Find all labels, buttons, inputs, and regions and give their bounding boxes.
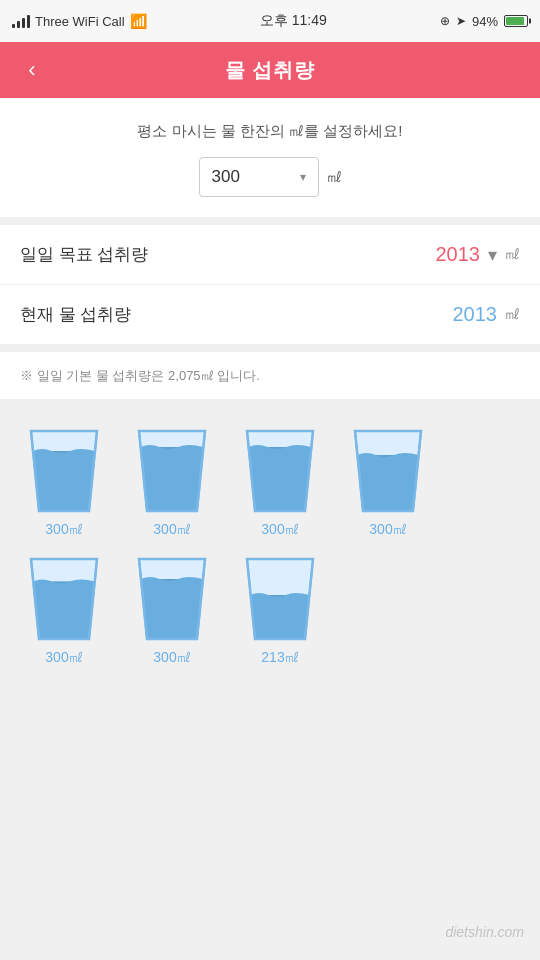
header: ‹ 물 섭취량 [0, 42, 540, 98]
daily-goal-dropdown[interactable]: ▾ [488, 244, 497, 266]
cup-size-value: 300 [212, 167, 240, 187]
daily-goal-value: 2013 [436, 243, 481, 266]
battery-percent: 94% [472, 14, 498, 29]
back-arrow-icon: ‹ [28, 57, 35, 83]
back-button[interactable]: ‹ [16, 54, 48, 86]
glass-label: 300㎖ [369, 521, 406, 539]
glass-label: 300㎖ [45, 521, 82, 539]
glass-label: 300㎖ [261, 521, 298, 539]
cup-size-section: 평소 마시는 물 한잔의 ㎖를 설정하세요! 300 ▾ ㎖ [0, 98, 540, 217]
glasses-section: 300㎖ 300㎖ [0, 411, 540, 697]
carrier-text: Three WiFi Call [35, 14, 125, 29]
time-display: 오후 11:49 [260, 12, 327, 30]
daily-goal-label: 일일 목표 섭취량 [20, 243, 148, 266]
daily-section: 일일 목표 섭취량 2013 ▾ ㎖ 현재 물 섭취량 2013 ㎖ [0, 225, 540, 344]
status-right: ⊕ ➤ 94% ⚡ [440, 14, 528, 29]
watermark: dietshin.com [445, 924, 524, 940]
glass-label: 213㎖ [261, 649, 298, 667]
battery-icon: ⚡ [504, 15, 528, 27]
cup-size-unit: ㎖ [327, 168, 342, 187]
page-title: 물 섭취량 [225, 57, 316, 84]
glass-item: 300㎖ [118, 549, 226, 667]
daily-goal-unit: ㎖ [505, 245, 520, 264]
glass-item: 300㎖ [10, 421, 118, 539]
gps-icon: ⊕ [440, 14, 450, 28]
current-intake-row: 현재 물 섭취량 2013 ㎖ [0, 285, 540, 344]
wifi-icon: 📶 [130, 13, 147, 29]
current-intake-unit: ㎖ [505, 305, 520, 324]
current-intake-value: 2013 [453, 303, 498, 326]
glass-label: 300㎖ [153, 521, 190, 539]
dropdown-arrow-icon: ▾ [300, 170, 306, 184]
cup-size-dropdown[interactable]: 300 ▾ [199, 157, 319, 197]
note-text: ※ 일일 기본 물 섭취량은 2,075㎖ 입니다. [20, 368, 260, 383]
status-bar: Three WiFi Call 📶 오후 11:49 ⊕ ➤ 94% ⚡ [0, 0, 540, 42]
signal-icon [12, 14, 30, 28]
glass-item: 300㎖ [10, 549, 118, 667]
main-content: 평소 마시는 물 한잔의 ㎖를 설정하세요! 300 ▾ ㎖ 일일 목표 섭취량… [0, 98, 540, 737]
cup-size-selector: 300 ▾ ㎖ [20, 157, 520, 197]
daily-goal-row: 일일 목표 섭취량 2013 ▾ ㎖ [0, 225, 540, 285]
glass-label: 300㎖ [153, 649, 190, 667]
arrow-icon: ➤ [456, 14, 466, 28]
daily-dropdown-arrow-icon: ▾ [488, 244, 497, 266]
daily-goal-right: 2013 ▾ ㎖ [436, 243, 521, 266]
status-left: Three WiFi Call 📶 [12, 13, 147, 29]
glass-item: 300㎖ [226, 421, 334, 539]
glass-item: 213㎖ [226, 549, 334, 667]
cup-size-description: 평소 마시는 물 한잔의 ㎖를 설정하세요! [20, 122, 520, 141]
glass-label: 300㎖ [45, 649, 82, 667]
glasses-grid: 300㎖ 300㎖ [10, 421, 530, 677]
glass-item: 300㎖ [334, 421, 442, 539]
note-section: ※ 일일 기본 물 섭취량은 2,075㎖ 입니다. [0, 352, 540, 399]
current-intake-label: 현재 물 섭취량 [20, 303, 131, 326]
glass-item: 300㎖ [118, 421, 226, 539]
current-intake-right: 2013 ㎖ [453, 303, 521, 326]
